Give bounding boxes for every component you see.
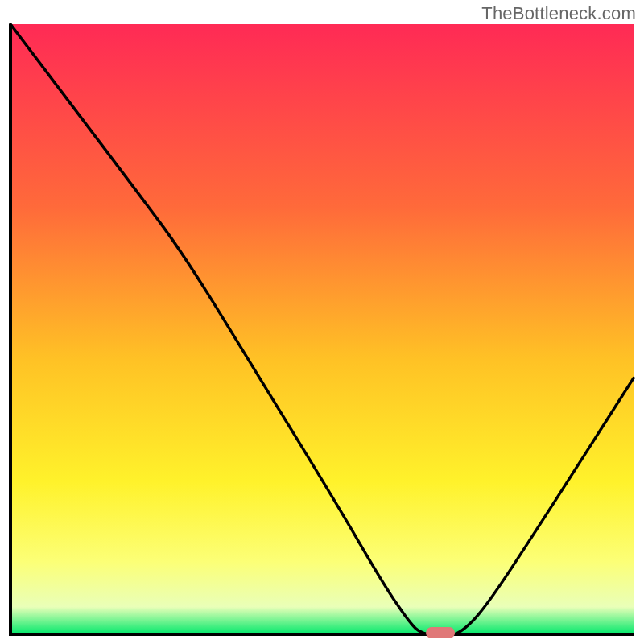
watermark-label: TheBottleneck.com bbox=[481, 3, 636, 24]
chart-canvas bbox=[0, 0, 644, 644]
optimal-marker bbox=[426, 627, 455, 638]
plot-background bbox=[10, 24, 634, 634]
